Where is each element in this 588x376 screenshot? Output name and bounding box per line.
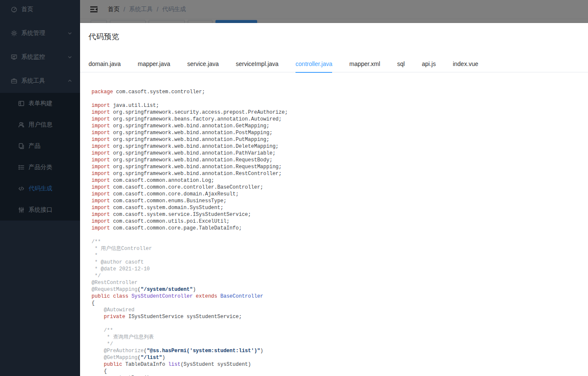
code-line: import java.util.List; — [92, 102, 588, 109]
code-line: import org.springframework.beans.factory… — [92, 116, 588, 123]
code-token-t — [92, 307, 104, 313]
file-tabs: domain.javamapper.javaservice.javaservic… — [80, 55, 588, 72]
code-token-t — [193, 293, 196, 299]
code-token-m: @RequestMapping — [92, 287, 138, 293]
code-token-t: com.casoft.system.domain.SysStudent; — [110, 205, 223, 211]
code-line: import com.casoft.common.core.domain.Aja… — [92, 191, 588, 198]
tab-mapper-java[interactable]: mapper.java — [138, 55, 170, 72]
code-line: @PreAuthorize("@ss.hasPermi('system:stud… — [92, 347, 588, 354]
tab-index-vue[interactable]: index.vue — [453, 55, 478, 72]
code-token-t — [92, 355, 104, 361]
tab-serviceimpl-java[interactable]: serviceImpl.java — [236, 55, 278, 72]
tab-domain-java[interactable]: domain.java — [89, 55, 121, 72]
code-line: /** — [92, 327, 588, 334]
code-line: import org.springframework.web.bind.anno… — [92, 157, 588, 164]
code-block: package com.casoft.system.controller; im… — [80, 89, 588, 376]
code-line: package com.casoft.system.controller; — [92, 89, 588, 95]
code-token-s: "@ss.hasPermi('system:student:list')" — [147, 348, 260, 354]
code-token-t: org.springframework.web.bind.annotation.… — [110, 137, 269, 143]
tab-api-js[interactable]: api.js — [422, 55, 436, 72]
code-token-t: org.springframework.web.bind.annotation.… — [110, 144, 278, 149]
tab-service-java[interactable]: service.java — [187, 55, 219, 72]
code-token-ty: BaseController — [220, 293, 263, 299]
code-line: import org.springframework.security.acce… — [92, 109, 588, 116]
code-token-t: (SysStudent sysStudent) — [181, 362, 251, 367]
code-token-t: TableDataInfo — [122, 362, 168, 367]
code-token-t: org.springframework.web.bind.annotation.… — [110, 157, 272, 163]
tab-controller-java[interactable]: controller.java — [295, 55, 332, 72]
code-token-k: import — [92, 171, 110, 177]
code-token-t: org.springframework.web.bind.annotation.… — [110, 130, 272, 136]
code-line: { — [92, 368, 588, 375]
tab-mapper-xml[interactable]: mapper.xml — [349, 55, 380, 72]
code-line: */ — [92, 273, 588, 279]
code-token-s: "/list" — [141, 355, 162, 361]
code-line: * @date 2021-12-10 — [92, 266, 588, 273]
code-token-k: public class — [92, 293, 128, 299]
code-token-k: import — [92, 184, 110, 190]
code-line: import org.springframework.web.bind.anno… — [92, 150, 588, 157]
code-token-k: public — [104, 362, 122, 367]
code-token-t: com.casoft.common.core.domain.AjaxResult… — [110, 191, 238, 197]
code-token-t: com.casoft.common.annotation.Log; — [110, 178, 214, 184]
code-token-k: import — [92, 130, 110, 136]
code-token-k: import — [92, 191, 110, 197]
code-token-k: package — [92, 89, 113, 95]
code-token-k: import — [92, 123, 110, 129]
code-token-k: import — [92, 103, 110, 109]
code-token-k: import — [92, 212, 110, 218]
code-line: import com.casoft.system.domain.SysStude… — [92, 204, 588, 211]
code-token-k: import — [92, 205, 110, 211]
code-token-t: com.casoft.common.core.page.TableDataInf… — [110, 225, 242, 231]
code-token-c: */ — [92, 341, 113, 347]
code-line: import com.casoft.common.annotation.Log; — [92, 177, 588, 184]
code-token-c: /** — [92, 239, 101, 245]
code-line: */ — [92, 341, 588, 347]
code-token-k: import — [92, 137, 110, 143]
code-token-c: * — [92, 253, 101, 258]
dialog-header: 代码预览 — [80, 23, 588, 42]
code-token-t: org.springframework.beans.factory.annota… — [110, 116, 281, 122]
code-token-m: @Autowired — [104, 307, 135, 313]
code-line: import org.springframework.web.bind.anno… — [92, 164, 588, 170]
code-token-t: ) — [162, 355, 165, 361]
code-token-c: * @date 2021-12-10 — [92, 266, 150, 272]
code-line — [92, 95, 588, 102]
code-token-t: com.casoft.common.utils.poi.ExcelUtil; — [110, 218, 229, 224]
code-line: @GetMapping("/list") — [92, 354, 588, 361]
code-line: public TableDataInfo list(SysStudent sys… — [92, 361, 588, 368]
code-line: import org.springframework.web.bind.anno… — [92, 170, 588, 177]
code-token-k: import — [92, 144, 110, 149]
code-token-c: * @author casoft — [92, 259, 143, 265]
code-line: public class SysStudentController extend… — [92, 293, 588, 300]
code-line: @RequestMapping("/system/student") — [92, 286, 588, 293]
code-token-t: org.springframework.web.bind.annotation.… — [110, 171, 281, 177]
code-token-t: org.springframework.web.bind.annotation.… — [110, 164, 281, 170]
code-line: import com.casoft.common.core.controller… — [92, 184, 588, 191]
code-line: * 用户信息Controller — [92, 245, 588, 252]
code-token-t: org.springframework.web.bind.annotation.… — [110, 150, 275, 156]
code-preview-dialog: 代码预览 domain.javamapper.javaservice.javas… — [80, 23, 588, 376]
code-line: import com.casoft.system.service.ISysStu… — [92, 211, 588, 218]
code-token-c: * 用户信息Controller — [92, 246, 152, 252]
code-token-t — [92, 314, 104, 320]
code-token-k: import — [92, 225, 110, 231]
code-token-t: { — [92, 368, 107, 374]
code-token-m: @RestController — [92, 280, 138, 286]
code-line: import org.springframework.web.bind.anno… — [92, 143, 588, 150]
code-token-k: import — [92, 150, 110, 156]
tab-sql[interactable]: sql — [397, 55, 405, 72]
code-line — [92, 320, 588, 327]
code-token-c: /** — [92, 327, 113, 333]
code-token-t: ( — [143, 348, 146, 354]
code-token-k: private — [104, 314, 125, 320]
code-token-t — [92, 348, 104, 354]
code-token-k: import — [92, 178, 110, 184]
code-token-t: com.casoft.system.service.ISysStudentSer… — [110, 212, 251, 218]
code-token-t — [92, 362, 104, 367]
code-line: import org.springframework.web.bind.anno… — [92, 123, 588, 129]
code-line — [92, 232, 588, 238]
code-token-s: "/system/student" — [141, 287, 192, 293]
code-token-t: ) — [260, 348, 263, 354]
code-line: import org.springframework.web.bind.anno… — [92, 136, 588, 143]
